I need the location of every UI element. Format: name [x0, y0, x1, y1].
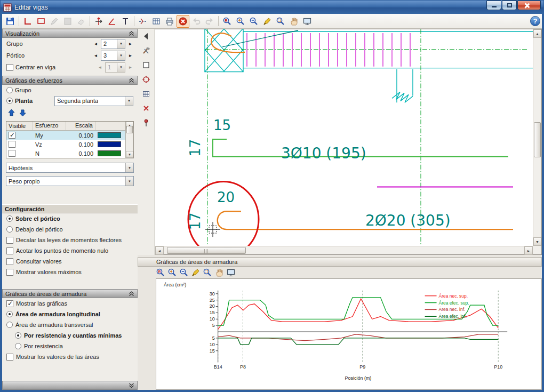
- move-down-button[interactable]: [19, 109, 27, 117]
- dropdown-arrow-icon[interactable]: ▼: [117, 51, 125, 60]
- pencil-button[interactable]: [48, 15, 61, 28]
- portico-select[interactable]: 3 ▼: [101, 51, 125, 61]
- redo-button[interactable]: [203, 15, 216, 28]
- maximize-button[interactable]: [502, 1, 517, 10]
- dropdown-arrow-icon[interactable]: ▼: [125, 163, 133, 172]
- dropdown-arrow-icon[interactable]: ▼: [125, 177, 133, 186]
- region-button[interactable]: [140, 59, 152, 71]
- drawing-canvas[interactable]: 15 17 3Ø10 (195) 20 17 2Ø20 (305) ▲ ▼ ◄ …: [155, 29, 542, 255]
- screen-button[interactable]: [225, 267, 236, 278]
- esfuerzo-row-n[interactable]: N0.100: [6, 149, 125, 158]
- pan-button[interactable]: [287, 15, 300, 28]
- scroll-up-button[interactable]: ▲: [533, 29, 541, 38]
- scroll-thumb[interactable]: [126, 126, 133, 133]
- checkbox-acotar-los-puntos-de-momento-nulo[interactable]: Acotar los puntos de momento nulo: [2, 245, 138, 256]
- text-button[interactable]: [119, 15, 132, 28]
- scroll-left-button[interactable]: ◄: [155, 246, 164, 255]
- esfuerzo-row-vz[interactable]: Vz0.100: [6, 140, 125, 149]
- radio-área-de-armadura-longitudinal[interactable]: Área de armadura longitudinal: [2, 309, 138, 319]
- levels-button[interactable]: [140, 88, 152, 100]
- hipotesis-select[interactable]: Hipótesis ▼: [6, 163, 134, 173]
- planta-select[interactable]: Segunda planta ▼: [54, 96, 133, 106]
- centrar-next-button[interactable]: ►: [127, 65, 133, 70]
- panel-header-esfuerzos[interactable]: Gráficas de esfuerzos: [2, 76, 138, 85]
- zoom-window-button[interactable]: [202, 267, 213, 278]
- tools-button[interactable]: [140, 45, 152, 57]
- grupo-prev-button[interactable]: ◄: [93, 42, 99, 46]
- section-button[interactable]: [137, 15, 149, 28]
- detail-button[interactable]: [150, 15, 163, 28]
- portico-prev-button[interactable]: ◄: [93, 53, 99, 58]
- panel-header-areas[interactable]: Gráficas de áreas de armadura: [2, 289, 138, 298]
- print-button[interactable]: [163, 15, 176, 28]
- checkbox-mostrar-las-gráficas[interactable]: Mostrar las gráficas: [2, 298, 138, 309]
- portico-next-button[interactable]: ►: [127, 53, 133, 58]
- scroll-thumb[interactable]: [167, 247, 246, 254]
- eraser-button[interactable]: [75, 15, 87, 28]
- corner-button[interactable]: [21, 15, 34, 28]
- close-button[interactable]: [517, 1, 541, 10]
- centrar-prev-button[interactable]: ◄: [97, 65, 103, 70]
- collapse-chevron-icon[interactable]: [129, 31, 134, 36]
- grupo-next-button[interactable]: ►: [127, 42, 133, 46]
- radio-debajo-del-pórtico[interactable]: Debajo del pórtico: [2, 224, 138, 235]
- axes-button[interactable]: [92, 15, 105, 28]
- radio-por-resistencia-y-cuantías-mínimas[interactable]: Por resistencia y cuantías mínimas: [2, 330, 138, 341]
- radio-sobre-el-pórtico[interactable]: Sobre el pórtico: [2, 213, 138, 224]
- centrar-checkbox[interactable]: [6, 64, 13, 71]
- pan-button[interactable]: [213, 267, 225, 278]
- zoom-out-button[interactable]: [247, 15, 260, 28]
- scroll-thumb[interactable]: [534, 122, 541, 157]
- save-button[interactable]: [4, 15, 17, 28]
- radio-planta-row[interactable]: Planta Segunda planta ▼: [2, 95, 138, 107]
- rectangle-button[interactable]: [35, 15, 47, 28]
- visible-checkbox[interactable]: [9, 141, 15, 148]
- angle-button[interactable]: [106, 15, 118, 28]
- scroll-right-button[interactable]: ►: [524, 246, 533, 255]
- chart-area[interactable]: B14P8P9P103025201510551015Área nec. sup.…: [156, 278, 542, 390]
- delete-marks-button[interactable]: [177, 15, 189, 28]
- scroll-down-button[interactable]: ▼: [533, 237, 541, 246]
- dropdown-arrow-icon[interactable]: ▼: [125, 97, 133, 106]
- minimize-button[interactable]: [486, 1, 501, 10]
- checkbox-mostrar-los-valores-de-las-áreas[interactable]: Mostrar los valores de las áreas: [2, 351, 138, 362]
- color-swatch[interactable]: [98, 150, 121, 156]
- delete-button[interactable]: [140, 102, 152, 114]
- zoom-out-button[interactable]: [178, 267, 189, 278]
- pin-button[interactable]: [140, 117, 152, 129]
- collapse-chevron-icon[interactable]: [129, 78, 134, 83]
- centrar-select[interactable]: 1 ▼: [105, 62, 125, 73]
- visible-checkbox[interactable]: [9, 132, 15, 139]
- zoom-window-button[interactable]: [274, 15, 287, 28]
- marker-button[interactable]: [261, 15, 274, 28]
- checkbox-mostrar-valores-máximos[interactable]: Mostrar valores máximos: [2, 267, 138, 277]
- expand-chevron-icon[interactable]: [129, 383, 134, 388]
- zoom-extents-button[interactable]: [166, 267, 178, 278]
- panel-header-visualizacion[interactable]: Visualización: [2, 29, 138, 38]
- esfuerzo-row-my[interactable]: My0.100: [6, 131, 125, 140]
- radio-grupo-row[interactable]: Grupo: [2, 85, 138, 95]
- scroll-down-button[interactable]: ▼: [126, 151, 133, 158]
- vertical-scrollbar[interactable]: ▲ ▼: [533, 29, 541, 246]
- help-button[interactable]: ?: [530, 16, 540, 26]
- visible-checkbox[interactable]: [9, 150, 15, 157]
- collapse-left-button[interactable]: [140, 30, 152, 42]
- color-swatch[interactable]: [98, 141, 121, 147]
- color-swatch[interactable]: [98, 132, 121, 138]
- screen-button[interactable]: [301, 15, 314, 28]
- dropdown-arrow-icon[interactable]: ▼: [117, 63, 125, 72]
- dropdown-arrow-icon[interactable]: ▼: [117, 39, 125, 49]
- radio-por-resistencia[interactable]: Por resistencia: [2, 341, 138, 351]
- zoom-redraw-button[interactable]: R: [221, 15, 234, 28]
- move-up-button[interactable]: [7, 109, 15, 117]
- caso-select[interactable]: Peso propio ▼: [6, 176, 134, 186]
- table-scrollbar[interactable]: ▲ ▼: [125, 122, 133, 158]
- horizontal-scrollbar[interactable]: ◄ ►: [155, 246, 533, 254]
- zoom-redraw-button[interactable]: R: [155, 267, 166, 278]
- checkbox-consultar-valores[interactable]: Consultar valores: [2, 256, 138, 267]
- marker-button[interactable]: [190, 267, 201, 278]
- fill-button[interactable]: [61, 15, 74, 28]
- zoom-extents-button[interactable]: [234, 15, 247, 28]
- checkbox-decalar-las-leyes-de-momentos-flectores[interactable]: Decalar las leyes de momentos flectores: [2, 235, 138, 245]
- grupo-select[interactable]: 2 ▼: [101, 39, 125, 49]
